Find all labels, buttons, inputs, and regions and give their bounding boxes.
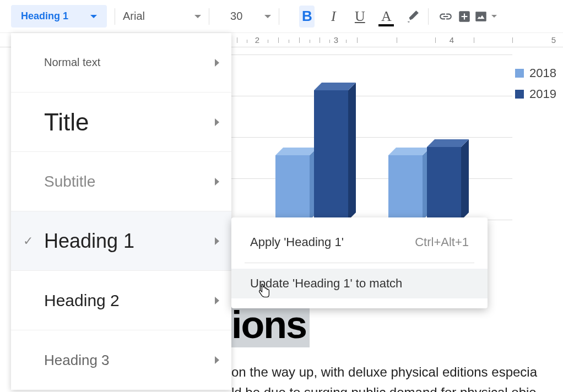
image-icon xyxy=(474,9,488,24)
style-item-normal[interactable]: Normal text xyxy=(11,33,231,92)
add-comment-button[interactable] xyxy=(455,7,474,26)
style-item-label: Heading 2 xyxy=(44,291,215,310)
font-size-label: 30 xyxy=(230,10,242,23)
toolbar-divider xyxy=(115,8,115,25)
format-group: B I U A xyxy=(299,6,420,28)
chevron-right-icon xyxy=(215,237,219,245)
legend-swatch xyxy=(515,69,524,78)
font-family-dropdown[interactable]: Arial xyxy=(123,10,201,23)
text-color-button[interactable]: A xyxy=(378,6,394,28)
chevron-right-icon xyxy=(215,297,219,304)
chevron-right-icon xyxy=(215,118,219,126)
chevron-right-icon xyxy=(215,59,219,67)
style-item-label: Title xyxy=(44,108,215,136)
ruler-mark: 2 xyxy=(255,35,259,45)
update-heading-label: Update 'Heading 1' to match xyxy=(250,276,402,291)
link-icon xyxy=(439,9,453,24)
style-item-subtitle[interactable]: Subtitle xyxy=(11,152,231,211)
ruler-mark: 5 xyxy=(551,35,556,45)
bold-button[interactable]: B xyxy=(299,6,315,28)
heading-text-selected: ions xyxy=(231,306,310,347)
style-item-h3[interactable]: Heading 3 xyxy=(11,330,231,390)
paragraph-text: on the way up, with deluxe physical edit… xyxy=(231,362,537,392)
caret-down-icon xyxy=(264,15,271,18)
style-item-label: Heading 3 xyxy=(44,352,215,369)
caret-down-icon xyxy=(90,15,97,18)
comment-plus-icon xyxy=(457,9,472,24)
chart-legend: 2018 2019 xyxy=(515,66,556,108)
italic-button[interactable]: I xyxy=(326,6,341,28)
style-item-label: Heading 1 xyxy=(44,230,215,253)
chart-bar xyxy=(275,148,317,220)
bar-chart xyxy=(231,55,512,220)
legend-item-2018: 2018 xyxy=(515,66,556,80)
toolbar-divider xyxy=(279,8,279,25)
style-item-label: Subtitle xyxy=(44,173,215,190)
ruler-mark: 3 xyxy=(334,35,338,45)
legend-label: 2019 xyxy=(529,87,556,101)
paragraph-style-menu: Normal textTitleSubtitle✓Heading 1Headin… xyxy=(11,33,231,390)
toolbar-divider xyxy=(209,8,209,25)
font-size-dropdown[interactable]: 30 xyxy=(230,10,271,23)
font-family-label: Arial xyxy=(123,10,145,23)
style-item-h2[interactable]: Heading 2 xyxy=(11,271,231,330)
chevron-right-icon xyxy=(215,356,219,364)
chart-bar xyxy=(388,148,430,220)
paragraph-style-label: Heading 1 xyxy=(21,10,68,22)
style-item-label: Normal text xyxy=(44,56,215,69)
underline-button[interactable]: U xyxy=(352,6,367,28)
update-heading-item[interactable]: Update 'Heading 1' to match xyxy=(231,269,488,298)
caret-down-icon xyxy=(194,15,201,18)
chart-bar xyxy=(427,139,469,220)
check-icon: ✓ xyxy=(23,234,33,248)
apply-heading-shortcut: Ctrl+Alt+1 xyxy=(415,235,469,249)
paragraph-style-submenu: Apply 'Heading 1' Ctrl+Alt+1 Update 'Hea… xyxy=(231,217,488,308)
legend-item-2019: 2019 xyxy=(515,87,556,101)
legend-swatch xyxy=(515,90,524,99)
toolbar-divider xyxy=(428,8,429,25)
highlight-button[interactable] xyxy=(405,6,420,28)
apply-heading-label: Apply 'Heading 1' xyxy=(250,235,344,249)
highlighter-icon xyxy=(405,9,420,24)
paragraph-style-dropdown[interactable]: Heading 1 xyxy=(11,5,107,28)
apply-heading-item[interactable]: Apply 'Heading 1' Ctrl+Alt+1 xyxy=(231,227,488,257)
toolbar: Heading 1 Arial 30 B I U A xyxy=(0,0,563,33)
caret-down-icon xyxy=(491,15,497,18)
chevron-right-icon xyxy=(215,178,219,186)
ruler-mark: 4 xyxy=(450,35,454,45)
insert-image-button[interactable] xyxy=(474,9,497,24)
svg-rect-1 xyxy=(476,12,487,21)
chart-bar xyxy=(314,83,356,220)
document-body[interactable]: ions on the way up, with deluxe physical… xyxy=(231,306,537,392)
submenu-divider xyxy=(245,263,474,263)
style-item-h1[interactable]: ✓Heading 1 xyxy=(11,211,231,271)
style-item-title[interactable]: Title xyxy=(11,92,231,152)
legend-label: 2018 xyxy=(529,66,556,80)
insert-link-button[interactable] xyxy=(436,7,455,26)
